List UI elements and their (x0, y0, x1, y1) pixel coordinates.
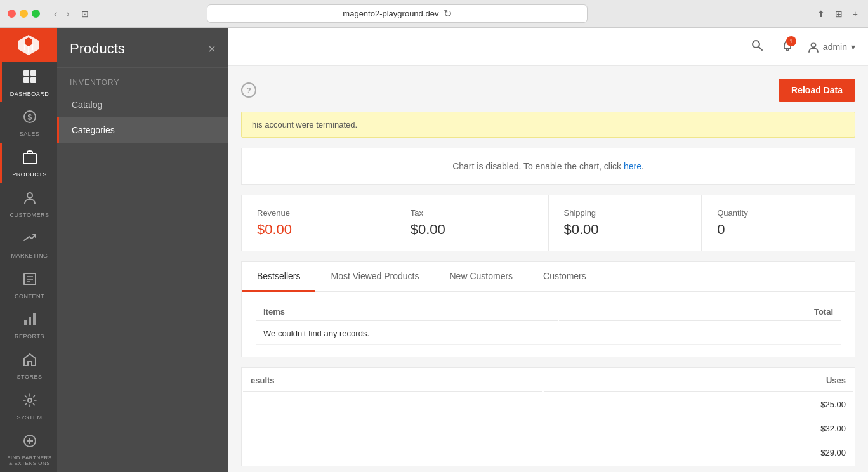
stat-quantity: Quantity 0 (702, 195, 855, 251)
user-dropdown-arrow: ▾ (851, 42, 855, 52)
back-button[interactable]: ‹ (50, 7, 61, 21)
customers-icon (23, 191, 37, 208)
stat-tax-value: $0.00 (411, 221, 533, 238)
sidebar-item-stores-label: STORES (17, 374, 43, 381)
app-layout: DASHBOARD $ SALES PRODUCTS (0, 28, 868, 472)
tabs-bar: Bestsellers Most Viewed Products New Cus… (242, 262, 855, 292)
svg-point-7 (27, 193, 32, 198)
admin-user-menu[interactable]: admin ▾ (808, 41, 855, 53)
marketing-icon (23, 232, 37, 249)
stat-shipping: Shipping $0.00 (549, 195, 702, 251)
address-bar[interactable]: magento2-playground.dev ↻ (207, 4, 588, 23)
row2-name (243, 417, 542, 440)
sidebar-item-products[interactable]: PRODUCTS (0, 143, 57, 183)
notifications-button[interactable]: 1 (777, 35, 798, 58)
minimize-traffic-light[interactable] (20, 10, 28, 18)
find-partners-icon (23, 434, 37, 451)
admin-username: admin (823, 42, 847, 52)
content-icon (23, 272, 37, 289)
reload-data-bar: ? Reload Data (241, 79, 855, 102)
sales-icon: $ (23, 110, 37, 127)
row3-name (243, 442, 542, 464)
sidebar-item-reports[interactable]: REPORTS (0, 305, 57, 345)
table-row: $32.00 (243, 417, 853, 440)
stores-icon (23, 353, 37, 370)
sidebar-item-content[interactable]: CONTENT (0, 265, 57, 305)
reload-data-button[interactable]: Reload Data (779, 79, 855, 102)
row3-total: $29.00 (544, 442, 853, 464)
new-tab-button[interactable]: ⊞ (832, 6, 845, 22)
sidebar-item-find-partners-label: FIND PARTNERS& EXTENSIONS (7, 455, 51, 467)
chart-enable-link[interactable]: here (624, 161, 641, 171)
stat-quantity-label: Quantity (717, 208, 839, 218)
sidebar-item-marketing[interactable]: MARKETING (0, 224, 57, 265)
chart-disabled-text: Chart is disabled. To enable the chart, … (452, 161, 624, 171)
stat-tax-label: Tax (411, 208, 533, 218)
tab-content-bestsellers: Items Total We couldn't find any records… (242, 292, 855, 357)
help-icon[interactable]: ? (241, 82, 256, 98)
bottom-table: esults Uses $25.00 $32.00 (242, 368, 855, 466)
tab-most-viewed[interactable]: Most Viewed Products (315, 262, 434, 292)
stat-quantity-value: 0 (717, 221, 839, 238)
flyout-header: Products × (57, 28, 228, 68)
tab-customers[interactable]: Customers (528, 262, 602, 292)
products-icon (23, 150, 37, 167)
row2-total: $32.00 (544, 417, 853, 440)
svg-rect-3 (30, 77, 36, 83)
flyout-section-header: Inventory (57, 68, 228, 92)
flyout-close-button[interactable]: × (208, 43, 216, 55)
sidebar-item-marketing-label: MARKETING (11, 252, 48, 259)
svg-line-20 (759, 47, 762, 50)
expand-button[interactable]: + (850, 6, 860, 22)
svg-point-22 (786, 49, 788, 51)
chart-disabled-end: . (641, 161, 644, 171)
flyout-title: Products (70, 41, 125, 57)
forward-button[interactable]: › (62, 7, 73, 21)
sidebar-item-customers-label: CUSTOMERS (10, 212, 49, 219)
svg-point-23 (811, 43, 815, 47)
window-controls-right: ⬆ ⊞ + (815, 6, 860, 22)
tabs-section: Bestsellers Most Viewed Products New Cus… (241, 261, 855, 357)
main-content: 1 admin ▾ ? Reload Data his account were… (228, 28, 868, 472)
svg-rect-0 (23, 70, 29, 76)
tab-new-customers[interactable]: New Customers (435, 262, 529, 292)
sidebar-item-sales[interactable]: $ SALES (0, 102, 57, 143)
sidebar-item-system[interactable]: SYSTEM (0, 386, 57, 426)
system-icon (23, 393, 37, 410)
flyout-menu-item-catalog[interactable]: Catalog (57, 92, 228, 117)
sidebar-item-reports-label: REPORTS (15, 333, 44, 340)
stat-revenue-value: $0.00 (257, 221, 379, 238)
col-total: Total (559, 303, 841, 321)
reports-icon (23, 312, 37, 329)
sidebar-item-find-partners[interactable]: FIND PARTNERS& EXTENSIONS (0, 426, 57, 472)
col-results: esults (243, 369, 542, 392)
svg-rect-12 (24, 320, 27, 325)
sidebar-toggle-button[interactable]: ⊡ (79, 6, 91, 22)
share-button[interactable]: ⬆ (815, 6, 827, 22)
sidebar-item-dashboard[interactable]: DASHBOARD (0, 62, 57, 103)
dashboard-icon (23, 70, 37, 87)
svg-rect-14 (33, 313, 36, 325)
url-text: magento2-playground.dev (343, 9, 438, 18)
flyout-menu-item-categories[interactable]: Categories (57, 117, 228, 143)
magento-logo[interactable] (0, 28, 57, 62)
no-records-message: We couldn't find any records. (256, 322, 841, 345)
close-traffic-light[interactable] (8, 10, 16, 18)
svg-text:$: $ (27, 113, 32, 122)
stat-shipping-value: $0.00 (564, 221, 687, 238)
flyout-panel: Products × Inventory Catalog Categories (57, 28, 228, 472)
row1-total: $25.00 (544, 393, 853, 416)
sidebar-item-products-label: PRODUCTS (12, 171, 47, 178)
col-items: Items (256, 303, 558, 321)
table-row: $29.00 (243, 442, 853, 464)
maximize-traffic-light[interactable] (32, 10, 40, 18)
tab-bestsellers[interactable]: Bestsellers (242, 262, 315, 292)
nav-arrows: ‹ › (50, 7, 74, 21)
svg-rect-1 (30, 70, 36, 76)
sidebar-item-customers[interactable]: CUSTOMERS (0, 183, 57, 224)
stat-revenue: Revenue $0.00 (242, 195, 395, 251)
sidebar-item-stores[interactable]: STORES (0, 345, 57, 386)
bestsellers-table: Items Total We couldn't find any records… (254, 302, 842, 346)
page-reload-button[interactable]: ↻ (444, 8, 452, 20)
search-button[interactable] (747, 35, 767, 58)
